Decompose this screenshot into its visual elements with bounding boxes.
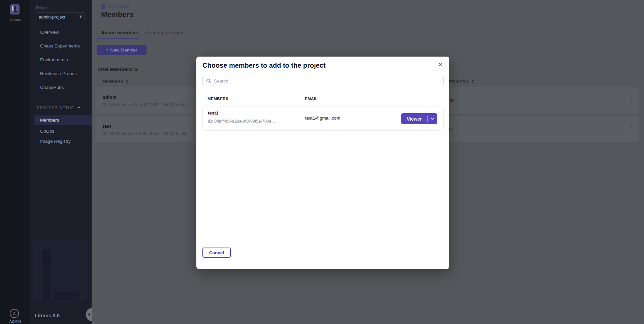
viewer-role-button[interactable]: Viewer xyxy=(401,113,437,124)
chevron-down-icon xyxy=(431,118,434,120)
sidebar-item-gitops[interactable]: GitOps xyxy=(40,129,54,134)
add-members-modal: Choose members to add to the project × M… xyxy=(196,57,449,269)
modal-member-row: test1 ID: 04bff4d6-a29a-4f80-9f5a-700e..… xyxy=(202,106,444,131)
sidebar-item-environments[interactable]: Environments xyxy=(40,57,68,63)
kebab-menu-icon[interactable] xyxy=(629,96,634,105)
breadcrumb[interactable]: My Project › xyxy=(101,4,133,9)
tab-pending-members[interactable]: Pending members xyxy=(145,30,185,35)
member-id: ID: 4ff92c3d-d6e7-459c-9ed5-736fd2f0ac65 xyxy=(103,131,188,136)
tab-active-members[interactable]: Active members xyxy=(101,30,139,35)
total-members-count: Total Members: 2 xyxy=(97,66,138,72)
close-icon[interactable]: × xyxy=(439,60,443,69)
new-member-button[interactable]: + New Member xyxy=(97,45,147,55)
sidebar-item-label: Members xyxy=(40,118,59,123)
column-header-members: MEMBERS xyxy=(103,79,123,83)
member-name: admin xyxy=(103,95,117,100)
chevron-right-icon: › xyxy=(132,4,133,9)
search-box xyxy=(202,76,444,86)
member-id: ID: 04bff4d6-a29a-4f80-9f5a-700e... xyxy=(208,119,275,124)
sort-icon[interactable] xyxy=(126,79,128,84)
project-selector-label: Project xyxy=(36,6,49,10)
chevron-right-icon xyxy=(78,15,82,19)
sidebar-item-resilience-probes[interactable]: Resilience Probes xyxy=(40,71,77,76)
sidebar-item-image-registry[interactable]: Image Registry xyxy=(40,139,71,144)
sidebar-item-chaoshubs[interactable]: ChaosHubs xyxy=(40,85,64,90)
tab-bar: Active members Pending members xyxy=(92,26,644,39)
member-name: test1 xyxy=(208,110,219,116)
sidebar-divider xyxy=(36,98,84,98)
left-rail: Litmus A ADMIN xyxy=(0,0,30,324)
modal-column-email: EMAIL xyxy=(305,97,318,101)
project-icon xyxy=(101,4,105,9)
role-label: Viewer xyxy=(401,116,427,122)
modal-title: Choose members to add to the project xyxy=(202,62,326,69)
project-name: admin-project xyxy=(39,14,65,20)
logo-label: Litmus xyxy=(0,18,30,22)
breadcrumb-project-link[interactable]: My Project xyxy=(108,4,129,9)
litmus-logo-icon[interactable] xyxy=(10,4,20,14)
member-id: ID: fe8e5cd9-eb2c-4d32-8632-04df34a6d6c7 xyxy=(103,102,190,107)
project-selector[interactable]: admin-project xyxy=(35,12,85,21)
user-avatar[interactable]: A xyxy=(10,309,19,318)
active-tab-underline xyxy=(97,38,139,39)
search-input[interactable] xyxy=(214,78,440,84)
project-setup-section-label[interactable]: PROJECT SETUP xyxy=(37,106,74,110)
sidebar-item-chaos-experiments[interactable]: Chaos Experiments xyxy=(40,43,80,49)
member-name: test xyxy=(103,124,111,129)
member-email: test1@gmail.com xyxy=(305,116,341,121)
kebab-menu-icon[interactable] xyxy=(629,125,634,134)
user-label: ADMIN xyxy=(0,319,30,323)
app-screen: My Project › Members Active members Pend… xyxy=(0,0,644,324)
role-dropdown-toggle[interactable] xyxy=(428,118,437,120)
sidebar-item-overview[interactable]: Overview xyxy=(40,30,59,35)
version-label: Litmus 3.0 xyxy=(35,313,60,318)
sidebar-item-members[interactable]: Members xyxy=(34,115,92,125)
sort-icon[interactable] xyxy=(472,79,474,84)
sidebar-nav: Project admin-project Overview Chaos Exp… xyxy=(30,0,92,324)
page-title: Members xyxy=(101,10,134,19)
search-icon xyxy=(206,78,211,84)
triangle-left-icon xyxy=(88,313,90,316)
modal-column-members: MEMBERS xyxy=(207,97,228,101)
chevron-up-icon[interactable] xyxy=(77,106,81,110)
sidebar-illustration xyxy=(33,241,88,301)
cancel-button[interactable]: Cancel xyxy=(202,248,231,258)
